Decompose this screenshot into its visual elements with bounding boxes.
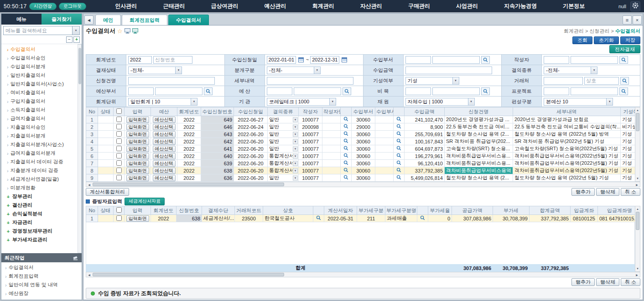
invoice-merge-button[interactable]: 계산서통합처리: [86, 188, 129, 196]
calendar-icon[interactable]: [297, 56, 305, 63]
open-input-button[interactable]: 입력화면: [126, 168, 149, 174]
row-select-checkbox[interactable]: [116, 168, 122, 173]
sidebar-menu-item[interactable]: ›미분개현황: [4, 184, 77, 192]
completion-select[interactable]: 기성▼: [405, 77, 459, 85]
status-select[interactable]: 기성▼: [621, 145, 635, 153]
writer-search-button[interactable]: [619, 56, 628, 64]
search-icon[interactable]: [343, 153, 348, 158]
sidebar-menu-item[interactable]: ›급여지출결의서: [4, 114, 77, 123]
tab-close-button[interactable]: ×: [633, 15, 642, 25]
scroll-down-icon[interactable]: ▼: [636, 176, 639, 181]
budget-select-button[interactable]: 예산선택: [153, 117, 176, 123]
sidebar-menu-item[interactable]: ›지출결의서 데이터 검증: [4, 158, 77, 166]
search-icon[interactable]: [343, 146, 348, 151]
status-select[interactable]: 기성▼: [621, 174, 635, 182]
project-search-button[interactable]: [619, 87, 628, 95]
project-code-input[interactable]: [544, 87, 569, 95]
sidebar-group-item[interactable]: +결산관리: [4, 201, 77, 209]
budget-code-input[interactable]: [267, 87, 292, 95]
expense-item-name-input[interactable]: [432, 87, 480, 95]
grid-row[interactable]: 9입력화면예산선택20226362022-06-20일반▼10007730060…: [86, 174, 635, 182]
menu-tab[interactable]: 메뉴: [1, 14, 42, 25]
kind-select[interactable]: 일반▼: [268, 145, 299, 153]
search-icon[interactable]: [343, 168, 348, 173]
vendor-search-button[interactable]: [620, 77, 629, 85]
scroll-right-icon[interactable]: ▶: [634, 183, 639, 186]
sidebar-group-item[interactable]: +자금관리: [4, 218, 77, 227]
search-icon[interactable]: [396, 153, 401, 158]
sidebar-group-item[interactable]: +장부관리: [4, 192, 77, 201]
extend-time-button[interactable]: 시간연장: [29, 3, 57, 10]
writer-code-input[interactable]: [544, 56, 569, 64]
scroll-down-icon[interactable]: ▼: [636, 266, 639, 271]
sidebar-menu-item[interactable]: ›일반지출결의서(사업소): [4, 80, 77, 88]
row-select-checkbox[interactable]: [116, 160, 122, 166]
approval-status-select[interactable]: -전체-▼: [128, 66, 182, 74]
sidebar-menu-item[interactable]: ›여비지출결의서: [4, 88, 77, 97]
row-select-checkbox[interactable]: [116, 124, 122, 129]
topbar-menu-item[interactable]: 기본정보: [563, 2, 585, 10]
kind-select[interactable]: 일반▼: [268, 174, 299, 182]
project-name-input[interactable]: [571, 87, 618, 95]
search-icon[interactable]: [396, 146, 401, 151]
row-select-checkbox[interactable]: [116, 215, 122, 221]
breadcrumb-item[interactable]: 신청관리: [589, 28, 609, 34]
open-input-button[interactable]: 입력화면: [126, 153, 149, 159]
open-input-button[interactable]: 입력화면: [126, 146, 149, 152]
open-input-button[interactable]: 입력화면: [126, 124, 149, 130]
status-select[interactable]: 기성▼: [621, 131, 635, 138]
budget-select-button[interactable]: 예산선택: [153, 124, 176, 130]
fiscal-year-input[interactable]: [128, 56, 152, 64]
status-select[interactable]: 기성▼: [621, 167, 635, 174]
topbar-menu-item[interactable]: 근태관리: [163, 2, 185, 10]
budget-name-input[interactable]: [294, 87, 341, 95]
status-select[interactable]: 비기성▼: [621, 123, 635, 131]
request-no-input[interactable]: [153, 56, 192, 64]
budget-type-select[interactable]: 본예산 10▼: [544, 98, 613, 106]
collapse-all-button[interactable]: −: [66, 36, 73, 43]
sidebar-menu-item[interactable]: ›세금계산서연결(일괄): [4, 175, 77, 184]
grid-horizontal-scrollbar[interactable]: ◀ ▶: [86, 182, 640, 187]
vendor-name-input[interactable]: [584, 77, 619, 85]
kind-select[interactable]: 일반▼: [268, 123, 299, 131]
search-icon[interactable]: [343, 124, 348, 129]
tab-list-button[interactable]: ≡: [623, 15, 632, 25]
page-tab[interactable]: 메인: [95, 15, 121, 25]
topbar-menu-item[interactable]: 예산관리: [265, 2, 286, 10]
search-icon[interactable]: [420, 215, 425, 220]
kind-select[interactable]: 통합계산서▼: [268, 153, 299, 160]
favorites-tab[interactable]: 즐겨찾기: [42, 14, 82, 25]
topbar-menu-item[interactable]: 자산관리: [360, 2, 382, 10]
grid-row[interactable]: 5입력화면예산선택20226412022-06-20일반▼10007730060…: [86, 145, 635, 153]
scroll-thumb[interactable]: [636, 212, 639, 230]
menu-search-combo[interactable]: 메뉴를 검색하세요 ▼: [3, 26, 80, 35]
date-to-input[interactable]: [310, 56, 339, 64]
row-select-checkbox[interactable]: [116, 175, 122, 180]
topbar-menu-item[interactable]: 구매관리: [408, 2, 430, 10]
budget-select-button[interactable]: 예산선택: [153, 138, 176, 145]
sidebar-menu-item[interactable]: ›소득지출결의서: [4, 106, 77, 114]
monitor-icon[interactable]: [132, 28, 138, 34]
delete-row-button[interactable]: 행삭제: [596, 188, 619, 196]
save-button[interactable]: 저장: [620, 36, 640, 44]
grid-vertical-scrollbar[interactable]: ▲ ▼: [635, 206, 640, 272]
budget-dept-code-input[interactable]: [128, 87, 154, 95]
search-icon[interactable]: [343, 117, 348, 122]
delete-row-button[interactable]: 행삭제: [596, 278, 619, 286]
search-icon[interactable]: [396, 168, 401, 173]
row-select-checkbox[interactable]: [116, 153, 122, 158]
kind-select[interactable]: 통합계산서▼: [268, 167, 299, 174]
scroll-thumb[interactable]: [93, 183, 284, 186]
topbar-menu-item[interactable]: 인사관리: [115, 2, 137, 10]
add-row-button[interactable]: 행추가: [571, 188, 595, 196]
calendar-icon[interactable]: [341, 56, 348, 63]
budget-select-button[interactable]: 예산선택: [153, 146, 176, 152]
sidebar-menu-item[interactable]: ›구입지출결의서: [4, 97, 77, 106]
sidebar-menu-item[interactable]: ›수입결의서분개: [4, 62, 77, 71]
settings-button[interactable]: [630, 1, 640, 11]
status-select[interactable]: 기성▼: [621, 153, 635, 160]
search-icon[interactable]: [316, 215, 321, 220]
grid-row[interactable]: 7입력화면예산선택20226392022-06-20통합계산서▼10007730…: [86, 160, 635, 167]
sidebar-menu-item[interactable]: ›지출결의서분개(사업소): [4, 140, 77, 149]
page-tab[interactable]: 수입결의서: [168, 15, 209, 25]
